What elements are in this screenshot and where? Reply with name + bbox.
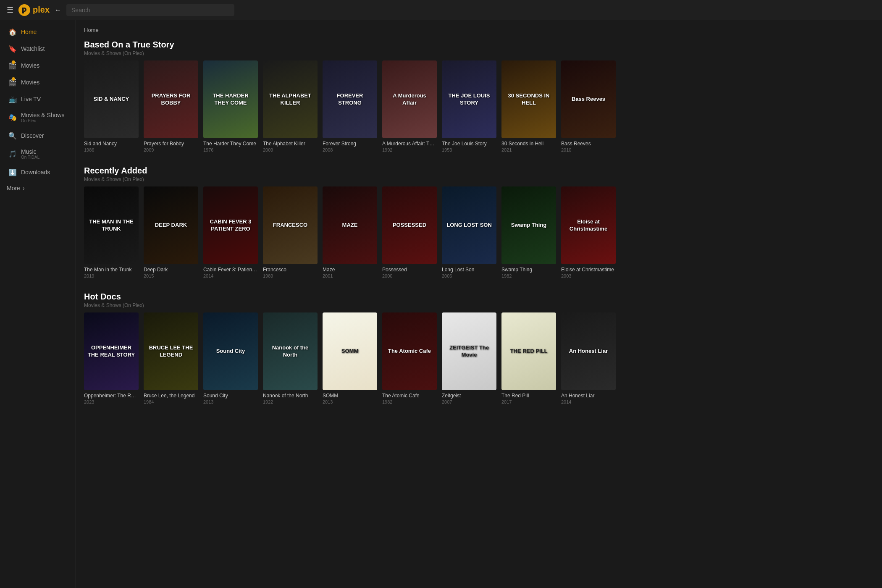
movie-card[interactable]: SOMMSOMM2013 [323,312,377,404]
movie-poster: THE RED PILL [501,312,556,390]
sidebar-item-home[interactable]: 🏠 Home [2,24,74,40]
movie-card[interactable]: DEEP DARKDeep Dark2015 [144,186,198,278]
section-based-on-true-story: Based On a True StoryMovies & Shows (On … [84,40,874,152]
poster-label: THE JOE LOUIS STORY [442,89,496,110]
sidebar-item-movies2[interactable]: 🎬 Movies [2,74,74,91]
movie-year: 2010 [561,147,616,152]
poster-label: THE ALPHABET KILLER [263,89,318,110]
sections-container: Based On a True StoryMovies & Shows (On … [84,40,874,404]
movie-poster: OPPENHEIMER THE REAL STORY [84,312,139,390]
movie-card[interactable]: 30 SECONDS IN HELL30 Seconds in Hell2021 [501,60,556,152]
section-header-hot-docs: Hot DocsMovies & Shows (On Plex) [84,292,874,308]
section-hot-docs: Hot DocsMovies & Shows (On Plex)OPPENHEI… [84,292,874,404]
sidebar-item-music[interactable]: 🎵 Music On TIDAL [2,144,74,164]
more-label: More [7,185,20,192]
back-button[interactable]: ← [55,6,61,14]
movie-row-based-on-true-story: SID & NANCYSid and Nancy1986PRAYERS FOR … [84,60,874,152]
movie-card[interactable]: An Honest LiarAn Honest Liar2014 [561,312,616,404]
poster-label: Bass Reeves [568,92,609,106]
sidebar-label-discover: Discover [21,132,44,139]
poster-label: Sound City [213,344,249,358]
movie-title: Prayers for Bobby [144,141,198,147]
movie-year: 1984 [144,399,198,404]
poster-label: FOREVER STRONG [323,89,377,110]
movie-card[interactable]: PRAYERS FOR BOBBYPrayers for Bobby2009 [144,60,198,152]
movie-card[interactable]: POSSESSEDPossessed2000 [382,186,437,278]
sidebar-item-movies-shows[interactable]: 🎭 Movies & Shows On Plex [2,108,74,127]
section-subtitle-recently-added: Movies & Shows (On Plex) [84,176,874,182]
sidebar-item-movies1[interactable]: 🎬 Movies [2,57,74,74]
sidebar-label-watchlist: Watchlist [21,45,45,52]
poster-label: 30 SECONDS IN HELL [501,89,556,110]
movie-card[interactable]: THE JOE LOUIS STORYThe Joe Louis Story19… [442,60,496,152]
movie-title: Zeitgeist [442,393,496,399]
discover-icon: 🔍 [8,131,17,140]
section-subtitle-hot-docs: Movies & Shows (On Plex) [84,302,874,308]
poster-label: THE HARDER THEY COME [203,89,258,110]
movie-poster: Eloise at Christmastime [561,186,616,264]
movie-row-recently-added: THE MAN IN THE TRUNKThe Man in the Trunk… [84,186,874,278]
music-icon: 🎵 [8,150,17,158]
movie-card[interactable]: ZEITGEIST The MovieZeitgeist2007 [442,312,496,404]
sidebar: 🏠 Home 🔖 Watchlist 🎬 Movies 🎬 Movies 📺 L… [0,20,76,588]
sidebar-label-movies2: Movies [21,79,39,86]
movie-card[interactable]: BRUCE LEE THE LEGENDBruce Lee, the Legen… [144,312,198,404]
movie-poster: ZEITGEIST The Movie [442,312,496,390]
sidebar-item-discover[interactable]: 🔍 Discover [2,127,74,144]
movie-poster: PRAYERS FOR BOBBY [144,60,198,138]
movie-poster: THE ALPHABET KILLER [263,60,318,138]
movie-card[interactable]: Sound CitySound City2013 [203,312,258,404]
search-input[interactable] [66,4,234,16]
movie-poster: The Atomic Cafe [382,312,437,390]
section-title-recently-added: Recently Added [84,166,874,176]
movie-card[interactable]: SID & NANCYSid and Nancy1986 [84,60,139,152]
poster-label: Eloise at Christmastime [561,215,616,236]
movie-year: 2008 [323,147,377,152]
movie-poster: THE MAN IN THE TRUNK [84,186,139,264]
poster-label: An Honest Liar [566,344,611,358]
movie-title: 30 Seconds in Hell [501,141,556,147]
livetv-icon: 📺 [8,95,17,103]
movie-year: 2017 [501,399,556,404]
movie-year: 1953 [442,147,496,152]
menu-icon[interactable]: ☰ [7,5,13,15]
movie-card[interactable]: MAZEMaze2001 [323,186,377,278]
sidebar-more-button[interactable]: More › [0,181,75,196]
movie-year: 2003 [561,273,616,278]
movie-card[interactable]: THE MAN IN THE TRUNKThe Man in the Trunk… [84,186,139,278]
poster-label: DEEP DARK [152,218,190,232]
sidebar-item-downloads[interactable]: ⬇️ Downloads [2,164,74,181]
movie-year: 1982 [382,399,437,404]
movie-card[interactable]: LONG LOST SONLong Lost Son2006 [442,186,496,278]
poster-label: PRAYERS FOR BOBBY [144,89,198,110]
movie-poster: BRUCE LEE THE LEGEND [144,312,198,390]
movie-card[interactable]: Eloise at ChristmastimeEloise at Christm… [561,186,616,278]
movie-year: 2023 [84,399,139,404]
movie-card[interactable]: The Atomic CafeThe Atomic Cafe1982 [382,312,437,404]
movie-card[interactable]: CABIN FEVER 3 PATIENT ZEROCabin Fever 3:… [203,186,258,278]
poster-label: ZEITGEIST The Movie [442,341,496,362]
movie-title: Bruce Lee, the Legend [144,393,198,399]
sidebar-item-watchlist[interactable]: 🔖 Watchlist [2,40,74,57]
sidebar-sublabel-music: On TIDAL [21,155,39,160]
movie-card[interactable]: Bass ReevesBass Reeves2010 [561,60,616,152]
movie-card[interactable]: THE HARDER THEY COMEThe Harder They Come… [203,60,258,152]
movie-card[interactable]: THE RED PILLThe Red Pill2017 [501,312,556,404]
movie-card[interactable]: Swamp ThingSwamp Thing1982 [501,186,556,278]
movie-year: 1982 [501,273,556,278]
movie-year: 2021 [501,147,556,152]
poster-label: THE RED PILL [507,344,551,358]
movie-card[interactable]: OPPENHEIMER THE REAL STORYOppenheimer: T… [84,312,139,404]
movie-card[interactable]: FRANCESCOFrancesco1989 [263,186,318,278]
movie-title: Maze [323,267,377,273]
warning-badge-1 [12,60,15,64]
poster-label: LONG LOST SON [443,218,495,232]
movie-card[interactable]: A Murderous AffairA Murderous Affair: Th… [382,60,437,152]
movie-year: 1989 [263,273,318,278]
movie-title: SOMM [323,393,377,399]
movie-card[interactable]: FOREVER STRONGForever Strong2008 [323,60,377,152]
movie-card[interactable]: Nanook of the NorthNanook of the North19… [263,312,318,404]
sidebar-item-livetv[interactable]: 📺 Live TV [2,91,74,108]
poster-label: POSSESSED [389,218,430,232]
movie-card[interactable]: THE ALPHABET KILLERThe Alphabet Killer20… [263,60,318,152]
